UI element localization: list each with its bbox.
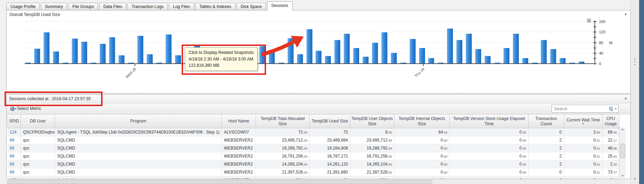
table-row[interactable]: 124QSCPROD\sqlsvcSQLAgent - TSQL JobStep… — [8, 128, 619, 136]
horizontal-scrollbar[interactable] — [6, 179, 626, 184]
tab-data-files[interactable]: Data Files — [99, 3, 126, 10]
col-header-current-wait-time[interactable]: Current Wait Time▼ — [564, 114, 603, 128]
tab-file-groups[interactable]: File Groups — [68, 3, 98, 10]
chart-bar[interactable] — [166, 34, 172, 63]
spid-cell[interactable]: 99 — [8, 144, 21, 152]
scroll-up-icon[interactable]: ▲ — [620, 127, 626, 132]
chart-bar[interactable] — [147, 54, 153, 63]
spid-cell[interactable]: 99 — [8, 168, 21, 176]
chart-bar[interactable] — [410, 39, 416, 63]
chart-bar[interactable] — [391, 53, 397, 63]
chart-bar[interactable] — [259, 46, 265, 63]
collapse-chart-panel-icon[interactable]: ▲ — [624, 13, 627, 16]
chart-bar[interactable] — [44, 32, 50, 63]
chart-bar[interactable] — [513, 34, 519, 63]
chart-bar[interactable] — [334, 40, 340, 63]
chart-bar[interactable] — [306, 29, 312, 63]
chart-bar[interactable] — [466, 34, 472, 63]
col-header-tempdb-used-size[interactable]: TempDB Used Size — [310, 114, 350, 128]
table-row[interactable]: 135qscActivityManagerALVSCDW07264.006426… — [8, 176, 619, 179]
tempdb-used-size-cell: 19,284,808 — [310, 144, 350, 152]
chart-bar[interactable] — [419, 48, 425, 63]
col-header-tempdb-version-store-usage-elapsed-time[interactable]: TempDB Version Store Usage Elapsed Time — [450, 114, 529, 128]
chart-bar[interactable] — [34, 49, 40, 63]
page-scroll-down-icon[interactable]: ▼ — [631, 177, 639, 181]
tab-tables-indexes[interactable]: Tables & Indexes — [195, 3, 235, 10]
tab-disk-space[interactable]: Disk Space — [236, 3, 266, 10]
y-tick-label: 80 — [599, 41, 603, 45]
search-input[interactable] — [552, 106, 608, 111]
col-header-tempdb-total-allocated-size[interactable]: TempDB Total Allocated Size — [256, 114, 310, 128]
info-icon[interactable]: i — [10, 106, 15, 111]
chart-bar[interactable] — [297, 54, 303, 63]
chart-bar[interactable] — [269, 50, 275, 63]
table-row[interactable]: 99qscSQLCMDWEBSERVER221,397,528.0021,391… — [8, 168, 619, 176]
col-header-program[interactable]: Program — [55, 114, 222, 128]
col-header-tempdb-internal-objects-size[interactable]: TempDB Internal Objects Size — [394, 114, 450, 128]
table-scrollbar-thumb[interactable] — [620, 144, 625, 158]
tab-transaction-logs[interactable]: Transaction Logs — [127, 3, 168, 10]
db-user-cell: qsc — [21, 160, 55, 168]
horizontal-scrollbar-thumb[interactable] — [7, 180, 432, 184]
chart-bar[interactable] — [447, 29, 453, 63]
chart-bar[interactable] — [541, 40, 547, 63]
table-row[interactable]: 99qscSQLCMDWEBSERVER223,495,712.0023,489… — [8, 136, 619, 144]
tab-usage-profile[interactable]: Usage Profile — [6, 3, 40, 10]
chart-bar[interactable] — [522, 58, 528, 63]
col-header-cpu-usage[interactable]: CPU Usage — [603, 114, 619, 128]
chart-bar[interactable] — [503, 48, 509, 63]
spid-cell[interactable]: 99 — [8, 160, 21, 168]
table-row[interactable]: 99qscSQLCMDWEBSERVER219,288,792.0019,284… — [8, 144, 619, 152]
chart-bar[interactable] — [550, 49, 556, 63]
collapse-sessions-panel-icon[interactable]: ▲ — [624, 97, 627, 100]
table-vertical-scrollbar[interactable]: ▲ ▼ — [619, 127, 626, 178]
chart-bar[interactable] — [72, 39, 78, 63]
chart-bar[interactable] — [363, 57, 369, 63]
search-options-caret-icon[interactable]: ▾ — [614, 107, 618, 110]
chart-bar[interactable] — [316, 51, 321, 63]
spid-cell[interactable]: 135 — [8, 176, 21, 179]
chart-bar[interactable] — [288, 38, 294, 63]
chart-bar[interactable] — [485, 56, 491, 63]
spid-cell[interactable]: 99 — [8, 136, 21, 144]
spid-cell[interactable]: 99 — [8, 152, 21, 160]
table-row[interactable]: 99qscSQLCMDWEBSERVER216,791,256.0016,787… — [8, 152, 619, 160]
chart-bar[interactable] — [428, 58, 434, 63]
chart-bar[interactable] — [81, 42, 87, 63]
search-icon[interactable] — [608, 106, 614, 112]
col-header-tempdb-user-objects-size[interactable]: TempDB User Objects Size — [350, 114, 394, 128]
chart-bar[interactable] — [456, 40, 462, 63]
tab-sessions[interactable]: Sessions — [267, 1, 293, 10]
spid-cell[interactable]: 124 — [8, 128, 21, 136]
chart-bar[interactable] — [137, 36, 143, 63]
current-wait-time-cell: 0.01 — [564, 144, 603, 152]
right-splitter-bar[interactable]: ▼ — [630, 0, 639, 184]
select-metric-button[interactable]: i ▾ Select Metric — [10, 105, 41, 112]
chart-bar[interactable] — [372, 43, 378, 63]
chart-bar[interactable] — [325, 56, 331, 63]
chart-bar[interactable] — [475, 49, 481, 63]
chart-bar[interactable] — [353, 48, 359, 63]
table-row[interactable]: 99qscSQLCMDWEBSERVER214,265,104.0014,261… — [8, 160, 619, 168]
chart-bar[interactable] — [560, 58, 566, 63]
chart-bar[interactable] — [175, 55, 181, 63]
chart-bar[interactable] — [344, 34, 350, 63]
db-user-cell: qsc — [21, 136, 55, 144]
scroll-down-icon[interactable]: ▼ — [620, 174, 626, 178]
sessions-collected-label: Sessions collected at : 2018-04-17 23:57… — [9, 96, 91, 101]
col-header-transaction-count[interactable]: Transaction Count — [529, 114, 564, 128]
chart-bar[interactable] — [119, 55, 124, 63]
chart-bar[interactable] — [381, 32, 387, 63]
splitter-grip-icon[interactable] — [634, 58, 635, 67]
tempdb-version-store-usage-elapsed-time-cell: 0.00 — [450, 128, 529, 136]
col-header-spid[interactable]: SPID — [8, 114, 21, 128]
tab-summary[interactable]: Summary — [41, 3, 67, 10]
col-header-db-user[interactable]: DB User — [21, 114, 55, 128]
chart-bar[interactable] — [109, 37, 115, 63]
tab-log-files[interactable]: Log Files — [169, 3, 194, 10]
chart-bar[interactable] — [100, 44, 106, 63]
col-header-host-name[interactable]: Host Name — [222, 114, 256, 128]
tempdb-used-size-chart[interactable] — [25, 21, 588, 63]
chart-menu-icon[interactable]: ▾ — [587, 18, 594, 23]
chart-bar[interactable] — [53, 51, 59, 63]
